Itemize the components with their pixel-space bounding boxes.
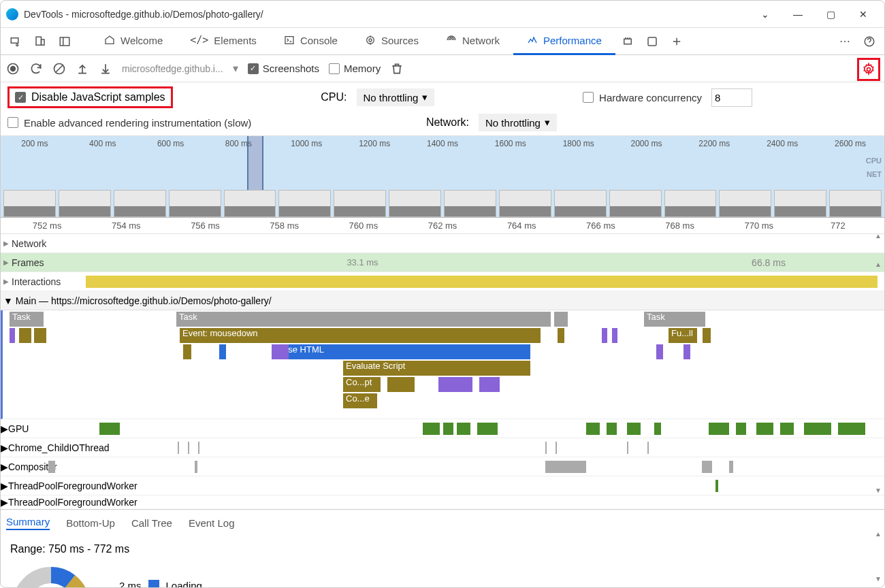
details-tabs: Summary Bottom-Up Call Tree Event Log bbox=[1, 509, 884, 536]
svg-point-6 bbox=[369, 39, 372, 42]
trash-icon[interactable] bbox=[390, 62, 404, 76]
capture-settings: Disable JavaScript samples CPU: No throt… bbox=[1, 82, 884, 136]
tab-label: Console bbox=[300, 35, 338, 46]
flame-task[interactable]: Task bbox=[644, 312, 705, 327]
flame-compile[interactable]: Co...pt bbox=[343, 377, 381, 392]
tab-label: Elements bbox=[214, 35, 257, 46]
tab-calltree[interactable]: Call Tree bbox=[131, 517, 172, 529]
tab-summary[interactable]: Summary bbox=[6, 516, 50, 530]
app-tool-icon[interactable] bbox=[640, 29, 664, 54]
svg-rect-1 bbox=[36, 37, 42, 45]
close-button[interactable]: ✕ bbox=[848, 3, 879, 25]
more-icon[interactable]: ⋯ bbox=[833, 29, 857, 54]
track-interactions[interactable]: ▶Interactions bbox=[1, 272, 884, 291]
tab-elements[interactable]: </>Elements bbox=[176, 28, 270, 55]
flame-eval-script[interactable]: Evaluate Script bbox=[343, 361, 530, 376]
tab-performance[interactable]: Performance bbox=[513, 28, 615, 55]
svg-rect-10 bbox=[624, 39, 632, 44]
scroll-up-icon[interactable]: ▲ bbox=[873, 259, 883, 269]
tab-label: Welcome bbox=[120, 35, 163, 46]
range-text: Range: 750 ms - 772 ms bbox=[10, 543, 875, 555]
track-worker[interactable]: ▶ThreadPoolForegroundWorker bbox=[1, 495, 884, 509]
chevron-down-icon[interactable]: ⌄ bbox=[750, 3, 781, 25]
frame-time-2: 66.8 ms bbox=[653, 257, 884, 268]
network-label: Network: bbox=[426, 116, 469, 129]
svg-point-7 bbox=[367, 37, 374, 44]
flame-compile[interactable]: Co...e bbox=[343, 393, 377, 408]
flame-parse-html[interactable]: Parse HTML bbox=[272, 344, 530, 359]
svg-point-19 bbox=[11, 66, 16, 71]
cpu-throttle-dropdown[interactable]: No throttling▾ bbox=[357, 88, 435, 106]
perf-toolbar: microsoftedge.github.i... ▾ Screenshots … bbox=[1, 55, 884, 82]
net-label: NET bbox=[867, 170, 882, 178]
upload-icon[interactable] bbox=[76, 62, 89, 76]
disable-js-samples-checkbox[interactable]: Disable JavaScript samples bbox=[7, 86, 173, 108]
flame-task[interactable]: Task bbox=[10, 312, 44, 327]
scroll-up-icon[interactable]: ▲ bbox=[873, 529, 883, 538]
svg-rect-0 bbox=[11, 37, 18, 43]
track-network[interactable]: ▶Network bbox=[1, 234, 884, 253]
cpu-label: CPU: bbox=[321, 91, 347, 103]
track-gpu[interactable]: ▶GPU bbox=[1, 419, 884, 438]
window-title: DevTools - microsoftedge.github.io/Demos… bbox=[24, 9, 750, 20]
network-throttle-dropdown[interactable]: No throttling▾ bbox=[479, 114, 557, 131]
track-main-header[interactable]: ▼Main — https://microsoftedge.github.io/… bbox=[1, 291, 884, 310]
summary-panel: Range: 750 ms - 772 ms 2 ms Loading bbox=[1, 536, 884, 588]
track-compositor[interactable]: ▶Compositor bbox=[1, 457, 884, 476]
device-icon[interactable] bbox=[28, 29, 52, 54]
flame-event[interactable]: Event: mousedown bbox=[180, 328, 541, 343]
help-icon[interactable] bbox=[857, 29, 882, 54]
record-icon[interactable] bbox=[6, 62, 20, 76]
hardware-concurrency-input[interactable] bbox=[711, 88, 752, 107]
timeline-overview[interactable]: 200 ms400 ms600 ms800 ms1000 ms1200 ms14… bbox=[1, 136, 884, 218]
hardware-concurrency-checkbox[interactable]: Hardware concurrency bbox=[583, 92, 702, 103]
titlebar: DevTools - microsoftedge.github.io/Demos… bbox=[1, 1, 884, 28]
flame-chart[interactable]: Task Task Event: mousedown Parse HTML Ev… bbox=[1, 310, 884, 419]
overview-ticks: 200 ms400 ms600 ms800 ms1000 ms1200 ms14… bbox=[1, 136, 884, 150]
memory-checkbox[interactable]: Memory bbox=[329, 63, 381, 74]
inspect-icon[interactable] bbox=[3, 29, 28, 54]
tab-eventlog[interactable]: Event Log bbox=[189, 517, 235, 529]
screenshots-checkbox[interactable]: Screenshots bbox=[248, 63, 319, 74]
detail-ruler: 752 ms754 ms756 ms758 ms760 ms762 ms764 … bbox=[1, 218, 884, 234]
memory-tool-icon[interactable] bbox=[615, 29, 640, 54]
svg-rect-14 bbox=[648, 37, 656, 46]
tab-bottomup[interactable]: Bottom-Up bbox=[66, 517, 115, 529]
svg-rect-5 bbox=[285, 37, 293, 44]
scroll-down-icon[interactable]: ▼ bbox=[873, 574, 883, 583]
app-icon bbox=[6, 8, 18, 20]
add-tab-icon[interactable] bbox=[664, 29, 689, 54]
summary-donut bbox=[10, 565, 92, 588]
flame-task[interactable]: Task bbox=[176, 312, 551, 327]
flame-function[interactable]: Fu...ll bbox=[669, 328, 697, 343]
recording-url[interactable]: microsoftedge.github.i... bbox=[122, 63, 223, 74]
tab-console[interactable]: Console bbox=[270, 28, 351, 55]
frame-time-1: 33.1 ms bbox=[86, 257, 639, 267]
tab-network[interactable]: Network bbox=[432, 28, 513, 55]
track-childio[interactable]: ▶Chrome_ChildIOThread bbox=[1, 438, 884, 457]
cpu-label: CPU bbox=[866, 157, 882, 165]
tab-sources[interactable]: Sources bbox=[351, 28, 432, 55]
settings-icon[interactable] bbox=[857, 58, 880, 81]
screenshot-strip bbox=[1, 190, 884, 217]
track-worker[interactable]: ▶ThreadPoolForegroundWorker bbox=[1, 476, 884, 495]
enable-advanced-checkbox[interactable]: Enable advanced rendering instrumentatio… bbox=[7, 117, 251, 129]
clear-icon[interactable] bbox=[52, 62, 66, 76]
scroll-down-icon[interactable]: ▼ bbox=[873, 485, 883, 495]
maximize-button[interactable]: ▢ bbox=[815, 3, 846, 25]
tab-label: Network bbox=[462, 35, 500, 46]
tab-welcome[interactable]: Welcome bbox=[91, 28, 176, 55]
tab-label: Sources bbox=[381, 35, 419, 46]
legend-loading: 2 ms Loading bbox=[119, 580, 202, 589]
interaction-bar[interactable] bbox=[86, 276, 878, 288]
panel-tabs: Welcome </>Elements Console Sources Netw… bbox=[1, 28, 884, 55]
minimize-button[interactable]: — bbox=[782, 3, 814, 25]
reload-icon[interactable] bbox=[29, 62, 43, 76]
download-icon[interactable] bbox=[99, 62, 112, 76]
dock-icon[interactable] bbox=[52, 29, 77, 54]
svg-line-21 bbox=[56, 65, 63, 72]
svg-rect-2 bbox=[42, 39, 45, 45]
track-frames[interactable]: ▶Frames 33.1 ms 66.8 ms bbox=[1, 253, 884, 272]
svg-rect-3 bbox=[60, 37, 69, 46]
tab-label: Performance bbox=[543, 35, 602, 46]
